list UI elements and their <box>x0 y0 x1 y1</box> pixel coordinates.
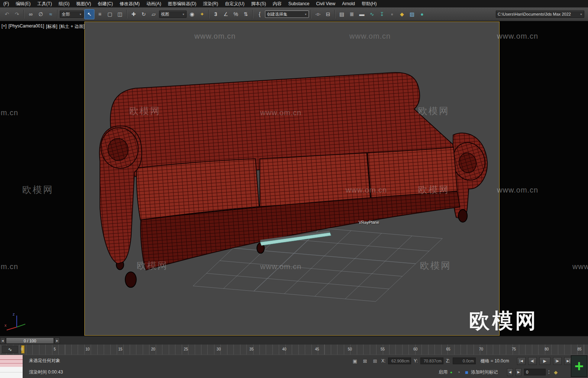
selection-lock-icon[interactable]: ⊠ <box>361 357 369 365</box>
add-time-tag-button[interactable]: 添加时间标记 <box>471 369 498 375</box>
snap-3d-icon[interactable]: 3 <box>211 10 220 19</box>
curve-editor-icon[interactable]: ∿ <box>367 10 377 19</box>
unlink-icon[interactable]: ∅ <box>36 10 45 19</box>
timeline-tick-label: 20 <box>151 347 156 351</box>
select-rotate-icon[interactable]: ↻ <box>139 10 148 19</box>
selection-region-icon[interactable]: ▢ <box>105 10 114 19</box>
percent-snap-icon[interactable]: % <box>231 10 240 19</box>
x-coordinate-input[interactable] <box>388 358 411 364</box>
previous-frame-button[interactable]: ◀| <box>528 357 537 365</box>
time-slider-track[interactable]: ◀ 0 / 100 ▶ <box>0 336 588 345</box>
rendered-frame-window-icon[interactable]: ▨ <box>407 10 417 19</box>
state-sets-icon[interactable]: ▫ <box>387 10 397 19</box>
menu-item[interactable]: 创建(C) <box>94 0 116 7</box>
chevron-down-icon: ▼ <box>580 13 582 16</box>
menu-item[interactable]: 动画(A) <box>143 0 165 7</box>
play-button[interactable]: ▶ <box>539 357 550 365</box>
current-frame-input[interactable] <box>524 369 546 375</box>
project-path-dropdown[interactable]: C:\Users\Han\Documents\3ds Max 2022 ▼ <box>496 10 584 18</box>
sofa-foot <box>458 210 467 222</box>
select-by-name-icon[interactable]: ≡ <box>95 10 104 19</box>
add-button[interactable]: + <box>571 355 587 377</box>
menu-item[interactable]: 工具(T) <box>34 0 55 7</box>
sofa-model[interactable] <box>98 72 488 287</box>
listener-script-pane[interactable] <box>0 367 23 378</box>
undo-icon[interactable]: ↶ <box>2 10 12 19</box>
viewport-standard-label[interactable]: [标准] <box>46 23 58 30</box>
viewport-menu-plus[interactable]: [+] <box>1 23 7 30</box>
track-bar[interactable]: ∿ 0510152025303540455055606570758085 <box>0 345 588 355</box>
status-row1-right: ▣ ⊠ ⊞ X: Y: Z: 栅格 = 10.0cm |◀ ◀| ▶ |▶ ▶| <box>351 356 573 365</box>
clock-icon[interactable]: ◔ <box>455 368 462 376</box>
named-selection-sets-icon[interactable]: { <box>255 10 264 19</box>
menu-item[interactable]: 视图(V) <box>73 0 94 7</box>
selection-filter-dropdown[interactable]: 全部 ▼ <box>60 10 84 18</box>
spinner-down-icon[interactable]: ▾ <box>548 372 549 375</box>
menu-item[interactable]: Civil View <box>313 0 339 7</box>
select-move-icon[interactable]: ✚ <box>129 10 138 19</box>
menu-item[interactable]: 脚本(S) <box>248 0 269 7</box>
align-icon[interactable]: ⊟ <box>323 10 333 19</box>
next-frame-button[interactable]: |▶ <box>553 357 562 365</box>
window-crossing-icon[interactable]: ◫ <box>115 10 125 19</box>
time-slider-next-button[interactable]: ▶ <box>55 337 60 344</box>
time-slider-prev-button[interactable]: ◀ <box>0 337 5 344</box>
toolbar-separator <box>335 10 335 19</box>
coordinate-system-dropdown[interactable]: 视图 ▼ <box>159 10 187 18</box>
sofa-foot <box>125 272 136 287</box>
spinner-snap-icon[interactable]: ⇅ <box>241 10 251 19</box>
viewport-shading-label[interactable]: [粘土 + 边面] <box>59 23 84 30</box>
menu-item[interactable]: Arnold <box>339 0 358 7</box>
frame-forward-button[interactable]: ▶ <box>516 368 521 376</box>
y-coordinate-input[interactable] <box>420 358 443 364</box>
render-to-texture-icon[interactable]: ↧ <box>377 10 387 19</box>
z-coordinate-input[interactable] <box>453 358 476 364</box>
isolate-selection-icon[interactable]: ▣ <box>351 357 359 365</box>
menu-item[interactable]: Substance <box>285 0 313 7</box>
select-scale-icon[interactable]: ▱ <box>149 10 158 19</box>
scene-canvas[interactable] <box>85 22 499 335</box>
menu-item[interactable]: 编辑(E) <box>12 0 34 7</box>
redo-icon[interactable]: ↷ <box>12 10 22 19</box>
material-editor-icon[interactable]: ◆ <box>397 10 407 19</box>
menu-item[interactable]: 修改器(M) <box>116 0 143 7</box>
y-axis <box>17 324 25 327</box>
frame-back-button[interactable]: ◀ <box>507 368 513 376</box>
enable-label: 启用 <box>439 369 448 375</box>
select-manipulate-icon[interactable]: ✦ <box>197 10 207 19</box>
menu-item[interactable]: 图形编辑器(D) <box>165 0 200 7</box>
spinner-up-icon[interactable]: ▴ <box>548 369 549 372</box>
angle-snap-icon[interactable]: ∠ <box>221 10 230 19</box>
menu-item[interactable]: 帮助(H) <box>358 0 380 7</box>
use-pivot-center-icon[interactable]: ◉ <box>187 10 197 19</box>
layer-explorer-icon[interactable]: ≣ <box>347 10 356 19</box>
menu-item[interactable]: 组(G) <box>55 0 73 7</box>
scene-explorer-icon[interactable]: ▤ <box>337 10 346 19</box>
select-object-icon[interactable]: ↖ <box>84 9 94 19</box>
frame-spinner[interactable]: ▴ ▾ <box>548 369 549 375</box>
render-production-icon[interactable]: ● <box>417 10 427 19</box>
chevron-down-icon: ▼ <box>182 13 185 16</box>
selection-set-dropdown[interactable]: 创建选择集 ▼ <box>265 10 309 18</box>
time-slider-handle[interactable]: 0 / 100 <box>6 337 54 344</box>
bind-spacewarp-icon[interactable]: ≈ <box>46 10 55 19</box>
link-icon[interactable]: ∞ <box>26 10 35 19</box>
x-axis <box>7 327 17 330</box>
timeline-tick-label: 75 <box>511 347 517 351</box>
menu-item[interactable]: 内容 <box>269 0 285 7</box>
menu-item[interactable]: (F) <box>0 0 12 7</box>
absolute-mode-icon[interactable]: ⊞ <box>371 357 379 365</box>
timeline-tick-label: 80 <box>544 347 549 351</box>
ribbon-toggle-icon[interactable]: ▬ <box>357 10 366 19</box>
viewport-camera-label[interactable]: [PhysCamera001] <box>9 23 44 30</box>
mini-curve-editor-button[interactable]: ∿ <box>2 346 18 353</box>
mirror-icon[interactable]: ◁▷ <box>313 10 323 19</box>
maxscript-mini-listener[interactable] <box>0 355 23 378</box>
listener-macro-pane[interactable] <box>0 355 23 367</box>
go-to-start-button[interactable]: |◀ <box>517 357 526 365</box>
menu-item[interactable]: 渲染(R) <box>200 0 222 7</box>
object-name-label[interactable]: VRayPlane <box>359 220 379 224</box>
viewport[interactable]: VRayPlane [+] [PhysCamera001] [标准] [粘土 +… <box>0 21 588 336</box>
menu-item[interactable]: 自定义(U) <box>222 0 248 7</box>
set-key-icon[interactable]: ◆ <box>552 368 559 376</box>
